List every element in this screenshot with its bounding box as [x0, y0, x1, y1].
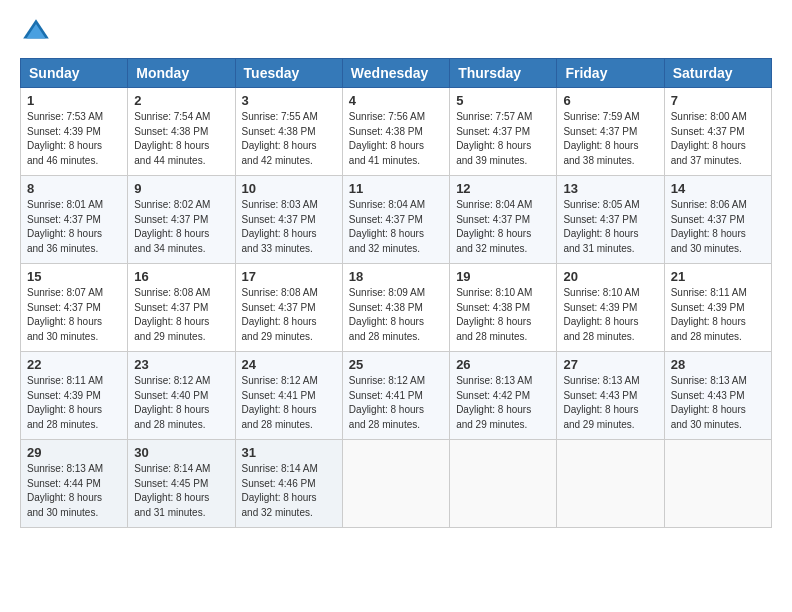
calendar-cell: 18Sunrise: 8:09 AMSunset: 4:38 PMDayligh…	[342, 264, 449, 352]
day-number: 17	[242, 269, 336, 284]
calendar-cell: 8Sunrise: 8:01 AMSunset: 4:37 PMDaylight…	[21, 176, 128, 264]
calendar-cell: 15Sunrise: 8:07 AMSunset: 4:37 PMDayligh…	[21, 264, 128, 352]
day-number: 21	[671, 269, 765, 284]
header	[20, 16, 772, 48]
calendar-header-sunday: Sunday	[21, 59, 128, 88]
calendar-week-row: 1Sunrise: 7:53 AMSunset: 4:39 PMDaylight…	[21, 88, 772, 176]
cell-info: Sunrise: 8:12 AMSunset: 4:40 PMDaylight:…	[134, 374, 228, 432]
cell-info: Sunrise: 8:12 AMSunset: 4:41 PMDaylight:…	[349, 374, 443, 432]
calendar-cell: 22Sunrise: 8:11 AMSunset: 4:39 PMDayligh…	[21, 352, 128, 440]
calendar-cell: 31Sunrise: 8:14 AMSunset: 4:46 PMDayligh…	[235, 440, 342, 528]
calendar-header-tuesday: Tuesday	[235, 59, 342, 88]
cell-info: Sunrise: 8:12 AMSunset: 4:41 PMDaylight:…	[242, 374, 336, 432]
calendar-cell	[450, 440, 557, 528]
cell-info: Sunrise: 8:10 AMSunset: 4:39 PMDaylight:…	[563, 286, 657, 344]
calendar-cell: 9Sunrise: 8:02 AMSunset: 4:37 PMDaylight…	[128, 176, 235, 264]
day-number: 27	[563, 357, 657, 372]
day-number: 10	[242, 181, 336, 196]
calendar-cell: 25Sunrise: 8:12 AMSunset: 4:41 PMDayligh…	[342, 352, 449, 440]
day-number: 25	[349, 357, 443, 372]
calendar-week-row: 22Sunrise: 8:11 AMSunset: 4:39 PMDayligh…	[21, 352, 772, 440]
calendar-cell: 10Sunrise: 8:03 AMSunset: 4:37 PMDayligh…	[235, 176, 342, 264]
calendar-cell: 20Sunrise: 8:10 AMSunset: 4:39 PMDayligh…	[557, 264, 664, 352]
calendar-cell: 2Sunrise: 7:54 AMSunset: 4:38 PMDaylight…	[128, 88, 235, 176]
calendar-cell: 13Sunrise: 8:05 AMSunset: 4:37 PMDayligh…	[557, 176, 664, 264]
day-number: 2	[134, 93, 228, 108]
day-number: 13	[563, 181, 657, 196]
cell-info: Sunrise: 7:57 AMSunset: 4:37 PMDaylight:…	[456, 110, 550, 168]
logo	[20, 16, 56, 48]
cell-info: Sunrise: 8:08 AMSunset: 4:37 PMDaylight:…	[242, 286, 336, 344]
calendar-cell: 6Sunrise: 7:59 AMSunset: 4:37 PMDaylight…	[557, 88, 664, 176]
calendar-cell: 1Sunrise: 7:53 AMSunset: 4:39 PMDaylight…	[21, 88, 128, 176]
calendar-cell: 27Sunrise: 8:13 AMSunset: 4:43 PMDayligh…	[557, 352, 664, 440]
cell-info: Sunrise: 8:01 AMSunset: 4:37 PMDaylight:…	[27, 198, 121, 256]
calendar-cell	[557, 440, 664, 528]
cell-info: Sunrise: 8:07 AMSunset: 4:37 PMDaylight:…	[27, 286, 121, 344]
cell-info: Sunrise: 8:13 AMSunset: 4:44 PMDaylight:…	[27, 462, 121, 520]
calendar-week-row: 15Sunrise: 8:07 AMSunset: 4:37 PMDayligh…	[21, 264, 772, 352]
day-number: 15	[27, 269, 121, 284]
cell-info: Sunrise: 8:14 AMSunset: 4:46 PMDaylight:…	[242, 462, 336, 520]
cell-info: Sunrise: 8:11 AMSunset: 4:39 PMDaylight:…	[27, 374, 121, 432]
cell-info: Sunrise: 7:53 AMSunset: 4:39 PMDaylight:…	[27, 110, 121, 168]
calendar-cell	[342, 440, 449, 528]
day-number: 24	[242, 357, 336, 372]
day-number: 14	[671, 181, 765, 196]
calendar-week-row: 8Sunrise: 8:01 AMSunset: 4:37 PMDaylight…	[21, 176, 772, 264]
cell-info: Sunrise: 8:13 AMSunset: 4:43 PMDaylight:…	[563, 374, 657, 432]
calendar-cell: 4Sunrise: 7:56 AMSunset: 4:38 PMDaylight…	[342, 88, 449, 176]
calendar-header-row: SundayMondayTuesdayWednesdayThursdayFrid…	[21, 59, 772, 88]
cell-info: Sunrise: 8:02 AMSunset: 4:37 PMDaylight:…	[134, 198, 228, 256]
day-number: 26	[456, 357, 550, 372]
calendar-cell: 12Sunrise: 8:04 AMSunset: 4:37 PMDayligh…	[450, 176, 557, 264]
day-number: 16	[134, 269, 228, 284]
day-number: 6	[563, 93, 657, 108]
calendar-cell: 7Sunrise: 8:00 AMSunset: 4:37 PMDaylight…	[664, 88, 771, 176]
cell-info: Sunrise: 8:09 AMSunset: 4:38 PMDaylight:…	[349, 286, 443, 344]
calendar: SundayMondayTuesdayWednesdayThursdayFrid…	[20, 58, 772, 528]
day-number: 7	[671, 93, 765, 108]
calendar-cell: 24Sunrise: 8:12 AMSunset: 4:41 PMDayligh…	[235, 352, 342, 440]
day-number: 22	[27, 357, 121, 372]
cell-info: Sunrise: 8:04 AMSunset: 4:37 PMDaylight:…	[456, 198, 550, 256]
day-number: 9	[134, 181, 228, 196]
cell-info: Sunrise: 8:05 AMSunset: 4:37 PMDaylight:…	[563, 198, 657, 256]
calendar-cell: 29Sunrise: 8:13 AMSunset: 4:44 PMDayligh…	[21, 440, 128, 528]
calendar-cell: 14Sunrise: 8:06 AMSunset: 4:37 PMDayligh…	[664, 176, 771, 264]
day-number: 23	[134, 357, 228, 372]
calendar-cell: 11Sunrise: 8:04 AMSunset: 4:37 PMDayligh…	[342, 176, 449, 264]
cell-info: Sunrise: 8:14 AMSunset: 4:45 PMDaylight:…	[134, 462, 228, 520]
calendar-cell: 28Sunrise: 8:13 AMSunset: 4:43 PMDayligh…	[664, 352, 771, 440]
cell-info: Sunrise: 8:03 AMSunset: 4:37 PMDaylight:…	[242, 198, 336, 256]
logo-icon	[20, 16, 52, 48]
calendar-cell: 26Sunrise: 8:13 AMSunset: 4:42 PMDayligh…	[450, 352, 557, 440]
cell-info: Sunrise: 7:56 AMSunset: 4:38 PMDaylight:…	[349, 110, 443, 168]
calendar-cell: 21Sunrise: 8:11 AMSunset: 4:39 PMDayligh…	[664, 264, 771, 352]
day-number: 28	[671, 357, 765, 372]
day-number: 18	[349, 269, 443, 284]
calendar-cell: 17Sunrise: 8:08 AMSunset: 4:37 PMDayligh…	[235, 264, 342, 352]
day-number: 1	[27, 93, 121, 108]
day-number: 31	[242, 445, 336, 460]
cell-info: Sunrise: 8:04 AMSunset: 4:37 PMDaylight:…	[349, 198, 443, 256]
cell-info: Sunrise: 8:06 AMSunset: 4:37 PMDaylight:…	[671, 198, 765, 256]
day-number: 30	[134, 445, 228, 460]
calendar-cell: 16Sunrise: 8:08 AMSunset: 4:37 PMDayligh…	[128, 264, 235, 352]
calendar-header-thursday: Thursday	[450, 59, 557, 88]
calendar-cell	[664, 440, 771, 528]
calendar-header-wednesday: Wednesday	[342, 59, 449, 88]
calendar-header-saturday: Saturday	[664, 59, 771, 88]
calendar-week-row: 29Sunrise: 8:13 AMSunset: 4:44 PMDayligh…	[21, 440, 772, 528]
day-number: 12	[456, 181, 550, 196]
day-number: 20	[563, 269, 657, 284]
cell-info: Sunrise: 7:54 AMSunset: 4:38 PMDaylight:…	[134, 110, 228, 168]
calendar-cell: 23Sunrise: 8:12 AMSunset: 4:40 PMDayligh…	[128, 352, 235, 440]
calendar-header-friday: Friday	[557, 59, 664, 88]
day-number: 5	[456, 93, 550, 108]
calendar-cell: 19Sunrise: 8:10 AMSunset: 4:38 PMDayligh…	[450, 264, 557, 352]
calendar-header-monday: Monday	[128, 59, 235, 88]
cell-info: Sunrise: 8:00 AMSunset: 4:37 PMDaylight:…	[671, 110, 765, 168]
calendar-cell: 3Sunrise: 7:55 AMSunset: 4:38 PMDaylight…	[235, 88, 342, 176]
calendar-cell: 30Sunrise: 8:14 AMSunset: 4:45 PMDayligh…	[128, 440, 235, 528]
